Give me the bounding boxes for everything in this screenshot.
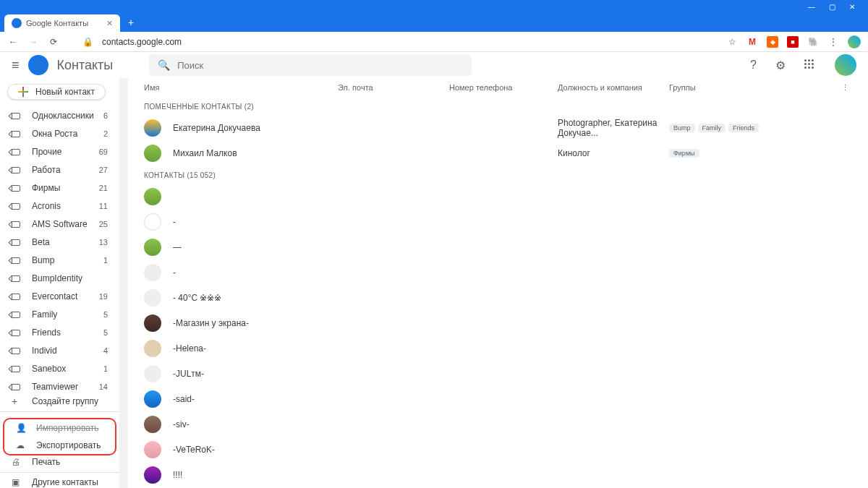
contact-job: Кинолог bbox=[558, 148, 669, 158]
contact-row[interactable]: -Helena- bbox=[128, 335, 868, 361]
sidebar-item-label: Прочие bbox=[32, 147, 99, 157]
group-tag: Bump bbox=[669, 124, 695, 132]
sidebar-label-item[interactable]: Bump1 bbox=[0, 252, 119, 270]
avatar bbox=[144, 416, 161, 433]
bookmark-star-icon[interactable]: ☆ bbox=[726, 37, 738, 47]
contact-row[interactable]: !!!! bbox=[128, 462, 868, 487]
sidebar-scroll-gutter[interactable] bbox=[119, 78, 128, 488]
plus-icon: + bbox=[12, 396, 23, 406]
app-header: ≡ 👤 Контакты 🔍 ? ⚙ bbox=[0, 52, 868, 78]
google-apps-icon[interactable] bbox=[804, 59, 816, 71]
avatar bbox=[144, 289, 161, 307]
col-job: Должность и компания bbox=[558, 83, 669, 92]
extension-icon[interactable]: ■ bbox=[787, 36, 799, 48]
label-icon bbox=[12, 202, 23, 210]
contact-row[interactable]: -siv- bbox=[128, 411, 868, 437]
sidebar-item-label: Teamviewer bbox=[32, 382, 99, 392]
label-icon bbox=[12, 257, 23, 264]
sidebar-label-item[interactable]: Одноклассники6 bbox=[0, 107, 119, 125]
nav-reload-icon[interactable]: ⟳ bbox=[48, 37, 59, 47]
contact-name: -said- bbox=[173, 394, 195, 404]
column-headers: Имя Эл. почта Номер телефона Должность и… bbox=[128, 78, 868, 97]
divider bbox=[0, 472, 119, 473]
contact-name: Михаил Малков bbox=[173, 148, 237, 158]
search-box[interactable]: 🔍 bbox=[149, 54, 472, 76]
contact-row[interactable]: -JULтм- bbox=[128, 361, 868, 386]
nav-back-icon[interactable]: ← bbox=[7, 37, 19, 47]
window-close[interactable]: ✕ bbox=[842, 3, 862, 11]
window-minimize[interactable]: — bbox=[801, 3, 822, 11]
sidebar-label-item[interactable]: Прочие69 bbox=[0, 143, 119, 161]
contact-row[interactable]: -Магазин у экрана- bbox=[128, 310, 868, 335]
sidebar-item-count: 5 bbox=[103, 328, 108, 337]
more-options-icon[interactable]: ⋮ bbox=[838, 83, 852, 93]
contact-row[interactable]: Михаил МалковКинологФирмы bbox=[128, 140, 868, 166]
tab-close-icon[interactable]: ✕ bbox=[106, 19, 113, 28]
contact-row[interactable]: — bbox=[128, 234, 868, 260]
avatar bbox=[144, 314, 161, 332]
contact-row[interactable]: - bbox=[128, 209, 868, 234]
url-text[interactable]: contacts.google.com bbox=[102, 37, 182, 47]
browser-menu-icon[interactable]: ⋮ bbox=[827, 37, 839, 47]
search-input[interactable] bbox=[177, 60, 463, 71]
contact-row[interactable]: -said- bbox=[128, 386, 868, 411]
contact-row[interactable]: -VeTeRoK- bbox=[128, 437, 868, 462]
sidebar-label-item[interactable]: Friends5 bbox=[0, 324, 119, 342]
label-icon bbox=[12, 293, 23, 300]
sidebar-label-item[interactable]: Beta13 bbox=[0, 234, 119, 252]
contact-name: -Helena- bbox=[173, 343, 206, 354]
contact-row[interactable]: - bbox=[128, 260, 868, 285]
export-button[interactable]: ☁ Экспортировать bbox=[4, 437, 115, 454]
import-label: Импортировать bbox=[36, 423, 103, 433]
sidebar-item-label: Friends bbox=[32, 328, 103, 338]
sidebar-label-item[interactable]: Acronis11 bbox=[0, 197, 119, 215]
import-button[interactable]: 👤 Импортировать bbox=[4, 419, 115, 437]
contact-name: - bbox=[173, 217, 176, 227]
account-avatar[interactable] bbox=[835, 54, 856, 76]
address-bar: ← → ⟳ 🔒 contacts.google.com ☆ M ◆ ■ 🐘 ⋮ bbox=[0, 32, 868, 52]
contact-groups: Фирмы bbox=[669, 149, 852, 158]
label-icon bbox=[12, 311, 23, 318]
settings-icon[interactable]: ⚙ bbox=[775, 59, 786, 72]
create-group-button[interactable]: + Создайте группу bbox=[0, 396, 119, 407]
sidebar-label-item[interactable]: Individ4 bbox=[0, 342, 119, 360]
window-maximize[interactable]: ▢ bbox=[822, 3, 842, 11]
sidebar-item-count: 4 bbox=[103, 346, 108, 355]
new-tab-button[interactable]: + bbox=[123, 14, 139, 30]
label-icon bbox=[12, 166, 23, 174]
nav-forward-icon[interactable]: → bbox=[27, 37, 39, 47]
contact-row[interactable]: Екатерина ДокучаеваPhotographer, Екатери… bbox=[128, 115, 868, 140]
sidebar-label-item[interactable]: AMS Software25 bbox=[0, 215, 119, 234]
col-name: Имя bbox=[144, 83, 338, 92]
sidebar-label-item[interactable]: BumpIdentity bbox=[0, 270, 119, 288]
sidebar-item-count: 27 bbox=[99, 166, 108, 174]
contact-row[interactable] bbox=[128, 184, 868, 209]
extension-icon[interactable]: ◆ bbox=[767, 36, 778, 48]
other-contacts-button[interactable]: ▣ Другие контакты bbox=[0, 477, 119, 488]
sidebar-label-item[interactable]: Family5 bbox=[0, 306, 119, 324]
col-phone: Номер телефона bbox=[449, 83, 558, 92]
sidebar-label-item[interactable]: Окна Роста2 bbox=[0, 125, 119, 143]
contact-row[interactable]: - 40°C ※※※ bbox=[128, 285, 868, 310]
avatar bbox=[144, 441, 161, 458]
sidebar-label-item[interactable]: Evercontact19 bbox=[0, 288, 119, 306]
sidebar-label-item[interactable]: Работа27 bbox=[0, 161, 119, 179]
new-contact-button[interactable]: Новый контакт bbox=[7, 84, 106, 100]
print-label: Печать bbox=[32, 457, 108, 467]
browser-tab[interactable]: 👤 Google Контакты ✕ bbox=[4, 14, 120, 32]
profile-avatar-icon[interactable] bbox=[848, 35, 861, 48]
favicon-icon: 👤 bbox=[12, 18, 22, 28]
group-tag: Фирмы bbox=[669, 149, 699, 158]
avatar bbox=[144, 365, 161, 382]
sidebar-label-item[interactable]: Teamviewer14 bbox=[0, 378, 119, 396]
evernote-extension-icon[interactable]: 🐘 bbox=[807, 36, 819, 48]
gmail-extension-icon[interactable]: M bbox=[746, 36, 758, 48]
menu-icon[interactable]: ≡ bbox=[12, 58, 20, 73]
sidebar-label-item[interactable]: Фирмы21 bbox=[0, 179, 119, 197]
help-icon[interactable]: ? bbox=[750, 59, 757, 72]
sidebar-item-label: Окна Роста bbox=[32, 129, 103, 139]
contact-name: - bbox=[173, 267, 176, 278]
lock-icon: 🔒 bbox=[82, 37, 93, 47]
print-button[interactable]: 🖨 Печать bbox=[0, 457, 119, 468]
sidebar-label-item[interactable]: Sanebox1 bbox=[0, 360, 119, 378]
